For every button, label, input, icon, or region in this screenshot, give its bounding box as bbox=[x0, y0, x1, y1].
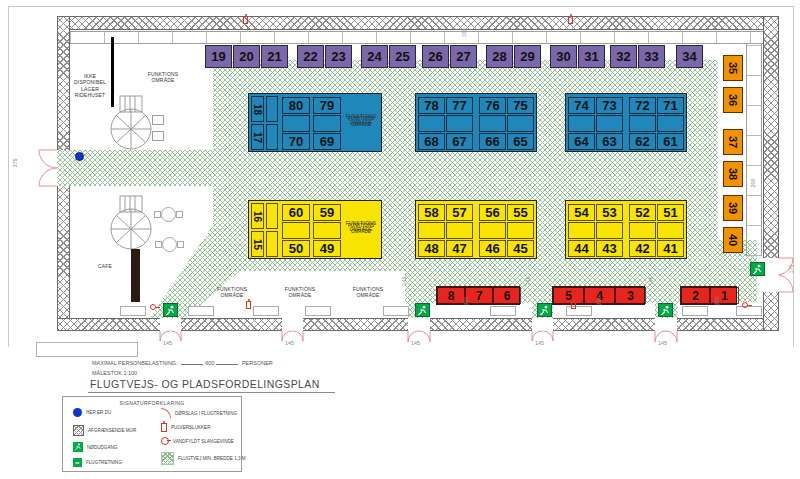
area-label: FUNKTIONS OMRÅDE bbox=[346, 220, 377, 233]
area-label: IKKE DISPONIBEL LAGER RIDEHUSET bbox=[74, 73, 106, 98]
dimension-label: 145 bbox=[411, 340, 420, 346]
dimension-label: 145 bbox=[163, 340, 172, 346]
running-man-icon bbox=[165, 305, 176, 316]
area-label: CAFE bbox=[98, 263, 112, 269]
emergency-exit-sign bbox=[415, 303, 430, 317]
hose-reel-icon bbox=[150, 304, 156, 310]
you-are-here-dot bbox=[75, 152, 84, 161]
floor-plan-sheet: MAXIMAL PERSONBELASTNING: 600 PERSONER M… bbox=[0, 0, 800, 479]
area-label: FUNKTIONS OMRÅDE bbox=[148, 71, 179, 84]
dimension-label: 145 bbox=[535, 340, 544, 346]
dimension-label: 200 bbox=[596, 296, 602, 305]
emergency-exit-sign bbox=[750, 262, 765, 276]
dimension-label: 200 bbox=[714, 296, 720, 305]
emergency-exit-sign bbox=[537, 303, 552, 317]
dimension-label: 375 bbox=[12, 158, 18, 167]
dimension-label: 170 bbox=[788, 264, 794, 273]
running-man-icon bbox=[417, 305, 428, 316]
door-swing-overlay bbox=[0, 0, 800, 479]
running-man-icon bbox=[660, 305, 671, 316]
running-man-icon bbox=[539, 305, 550, 316]
area-label: FUNKTIONS OMRÅDE bbox=[217, 286, 248, 299]
emergency-exit-sign bbox=[163, 303, 178, 317]
emergency-exit-sign bbox=[658, 303, 673, 317]
extinguisher-icon bbox=[571, 301, 576, 309]
dimension-label: 145 bbox=[525, 276, 531, 285]
area-label: FUNKTIONS OMRÅDE bbox=[346, 113, 377, 126]
extinguisher-icon bbox=[243, 16, 248, 24]
dimension-label: 145 bbox=[401, 276, 407, 285]
dimension-label: 145 bbox=[648, 276, 654, 285]
hose-reel-icon bbox=[742, 302, 748, 308]
dimension-label: 200 bbox=[463, 296, 469, 305]
area-label: FUNKTIONS OMRÅDE bbox=[353, 286, 384, 299]
dimension-label: 145 bbox=[658, 340, 667, 346]
dimension-label: 145 bbox=[285, 340, 294, 346]
extinguisher-icon bbox=[246, 301, 251, 309]
dimension-label: 100 bbox=[461, 28, 467, 37]
running-man-icon bbox=[752, 264, 763, 275]
area-label: FUNKTIONS OMRÅDE bbox=[285, 286, 316, 299]
dimension-label: 200 bbox=[750, 178, 756, 187]
extinguisher-icon bbox=[568, 16, 573, 24]
